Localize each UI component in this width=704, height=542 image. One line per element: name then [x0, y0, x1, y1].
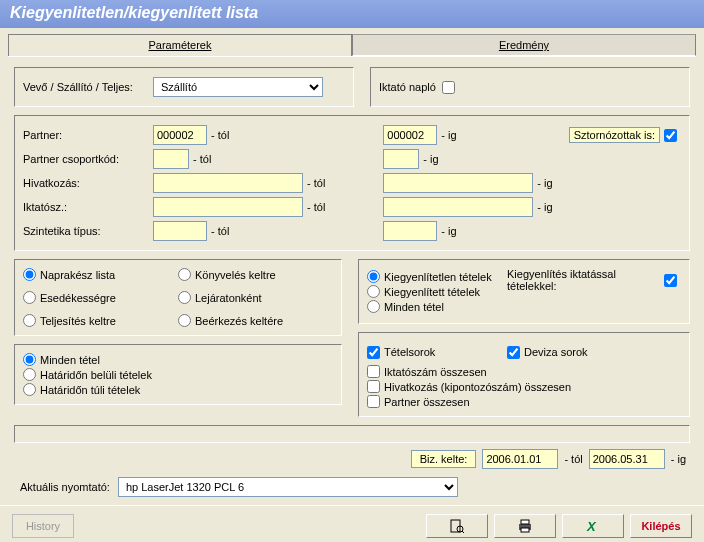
biz-tol: - tól — [564, 453, 582, 465]
opt-teljesites[interactable]: Teljesítés keltre — [23, 314, 178, 327]
biz-ig: - ig — [671, 453, 686, 465]
tab-result[interactable]: Eredmény — [352, 34, 696, 56]
excel-icon: X — [585, 519, 601, 533]
top-left-group: Vevő / Szállító / Teljes: Szállító — [14, 67, 354, 107]
left-options-2: Minden tétel Határidőn belüli tételek Ha… — [14, 344, 342, 405]
opt-kiegyenlitett[interactable]: Kiegyenlített tételek — [367, 285, 507, 298]
tol-5: - tól — [211, 225, 229, 237]
ig-1: - ig — [441, 129, 456, 141]
history-button[interactable]: History — [12, 514, 74, 538]
szintetika-label: Szintetika típus: — [23, 225, 153, 237]
preview-icon — [449, 519, 465, 533]
kilepes-button[interactable]: Kilépés — [630, 514, 692, 538]
partner-csoport-from-input[interactable] — [153, 149, 189, 169]
tol-4: - tól — [307, 201, 325, 213]
biz-row: Biz. kelte: - tól - ig — [18, 449, 686, 469]
opt-lejaratonkent[interactable]: Lejáratonként — [178, 291, 333, 304]
ig-2: - ig — [423, 153, 438, 165]
svg-rect-5 — [521, 528, 529, 532]
szintetika-to-input[interactable] — [383, 221, 437, 241]
sztorno-checkbox[interactable] — [664, 129, 677, 142]
left-options-1: Naprakész lista Könyvelés keltre Esedéke… — [14, 259, 342, 336]
top-right-group: Iktató napló — [370, 67, 690, 107]
iktato-naplo-label: Iktató napló — [379, 81, 436, 93]
svg-line-2 — [462, 531, 464, 533]
vevo-label: Vevő / Szállító / Teljes: — [23, 81, 153, 93]
opt-kiegyenlitetlen[interactable]: Kiegyenlítetlen tételek — [367, 270, 507, 283]
chk-tetelsorok[interactable]: Tételsorok — [367, 346, 507, 359]
opt-beluli[interactable]: Határidőn belüli tételek — [23, 368, 333, 381]
tol-1: - tól — [211, 129, 229, 141]
partner-csoport-to-input[interactable] — [383, 149, 419, 169]
opt-konyveles[interactable]: Könyvelés keltre — [178, 268, 333, 281]
printer-row: Aktuális nyomtató: hp LaserJet 1320 PCL … — [20, 477, 684, 497]
partner-csoport-label: Partner csoportkód: — [23, 153, 153, 165]
tol-3: - tól — [307, 177, 325, 189]
partner-from-input[interactable] — [153, 125, 207, 145]
tab-bar: Paraméterek Eredmény — [8, 34, 696, 57]
vevo-select[interactable]: Szállító — [153, 77, 323, 97]
hivatkozas-from-input[interactable] — [153, 173, 303, 193]
iktatassal-label: Kiegyenlítés iktatással tételekkel: — [507, 268, 660, 292]
tab-parameters[interactable]: Paraméterek — [8, 34, 352, 56]
printer-select[interactable]: hp LaserJet 1320 PCL 6 — [118, 477, 458, 497]
iktatassal-group: Kiegyenlítés iktatással tételekkel: — [507, 268, 681, 292]
opt-beerkezes[interactable]: Beérkezés keltére — [178, 314, 333, 327]
filter-group: Partner: - tól - ig Sztornózottak is: Pa… — [14, 115, 690, 251]
opt-tuli[interactable]: Határidőn túli tételek — [23, 383, 333, 396]
right-options-2: Tételsorok Deviza sorok Iktatószám össze… — [358, 332, 690, 417]
opt-minden-tetel[interactable]: Minden tétel — [367, 300, 507, 313]
iktato-naplo-checkbox[interactable] — [442, 81, 455, 94]
opt-esedekessegre[interactable]: Esedékességre — [23, 291, 178, 304]
tab-parameters-label: Paraméterek — [149, 39, 212, 51]
printer-icon — [517, 519, 533, 533]
iktatassal-checkbox[interactable] — [664, 274, 677, 287]
opt-naprakesz[interactable]: Naprakész lista — [23, 268, 178, 281]
biz-from-input[interactable] — [482, 449, 558, 469]
svg-text:X: X — [586, 519, 597, 533]
printer-label: Aktuális nyomtató: — [20, 481, 110, 493]
hivatkozas-label: Hivatkozás: — [23, 177, 153, 189]
right-options-1: Kiegyenlítetlen tételek Kiegyenlített té… — [358, 259, 690, 324]
empty-group — [14, 425, 690, 443]
sztorno-label: Sztornózottak is: — [569, 127, 660, 143]
chk-partner-osszesen[interactable]: Partner összesen — [367, 395, 681, 408]
szintetika-from-input[interactable] — [153, 221, 207, 241]
iktatosz-to-input[interactable] — [383, 197, 533, 217]
tol-2: - tól — [193, 153, 211, 165]
chk-deviza[interactable]: Deviza sorok — [507, 346, 647, 359]
biz-label: Biz. kelte: — [411, 450, 477, 468]
excel-button[interactable]: X — [562, 514, 624, 538]
ig-5: - ig — [441, 225, 456, 237]
preview-button[interactable] — [426, 514, 488, 538]
ig-4: - ig — [537, 201, 552, 213]
hivatkozas-to-input[interactable] — [383, 173, 533, 193]
chk-hivatkozas-osszesen[interactable]: Hivatkozás (kipontozószám) összesen — [367, 380, 681, 393]
biz-to-input[interactable] — [589, 449, 665, 469]
button-bar: History X Kilépés — [0, 505, 704, 542]
tab-result-label: Eredmény — [499, 39, 549, 51]
window-title: Kiegyenlitetlen/kiegyenlített lista — [0, 0, 704, 28]
print-button[interactable] — [494, 514, 556, 538]
partner-to-input[interactable] — [383, 125, 437, 145]
iktatosz-from-input[interactable] — [153, 197, 303, 217]
iktatosz-label: Iktatósz.: — [23, 201, 153, 213]
ig-3: - ig — [537, 177, 552, 189]
svg-rect-4 — [521, 520, 529, 524]
partner-label: Partner: — [23, 129, 153, 141]
opt-minden[interactable]: Minden tétel — [23, 353, 333, 366]
chk-iktatoszam-osszesen[interactable]: Iktatószám összesen — [367, 365, 681, 378]
